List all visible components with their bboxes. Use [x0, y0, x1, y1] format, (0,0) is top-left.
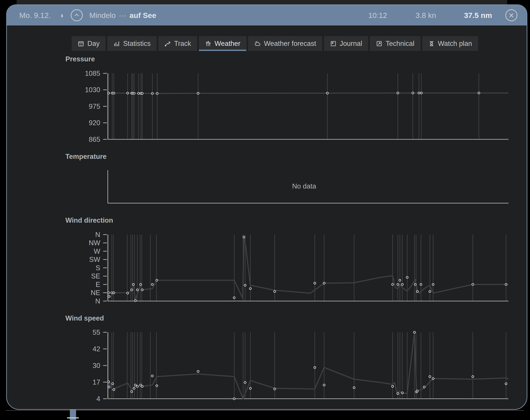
svg-text:4: 4: [96, 395, 100, 403]
svg-text:975: 975: [89, 103, 100, 110]
journal-icon: [330, 40, 337, 47]
route-from-label: Mindelo: [89, 11, 116, 20]
svg-text:42: 42: [93, 345, 100, 353]
svg-text:1030: 1030: [85, 86, 100, 94]
moon-phase-icon: ◑: [59, 12, 64, 19]
pressure-chart: 10851030975920865: [69, 69, 508, 146]
calendar-icon: 17: [78, 40, 84, 47]
date-label: Mo. 9.12.: [19, 11, 51, 20]
tab-weather[interactable]: Weather: [199, 36, 247, 51]
svg-text:N: N: [95, 297, 100, 305]
tab-statistics[interactable]: Statistics: [107, 36, 157, 51]
tab-label: Watch plan: [438, 40, 472, 48]
gauge-icon: [376, 40, 383, 47]
svg-text:17: 17: [93, 378, 100, 386]
tab-label: Technical: [386, 40, 414, 48]
svg-text:NE: NE: [91, 289, 100, 297]
tab-label: Weather: [215, 40, 241, 48]
svg-text:1085: 1085: [85, 70, 100, 77]
tab-day[interactable]: 17 Day: [72, 36, 105, 51]
tab-track[interactable]: Track: [158, 36, 197, 51]
svg-text:NW: NW: [89, 239, 100, 247]
svg-text:SW: SW: [89, 256, 101, 263]
close-icon: ×: [509, 11, 514, 20]
tab-label: Track: [174, 40, 191, 48]
tab-watch-plan[interactable]: Watch plan: [422, 36, 478, 51]
svg-text:55: 55: [93, 329, 100, 336]
svg-text:17: 17: [80, 43, 82, 46]
background-bottom-edge: [6, 410, 524, 411]
tab-weather-forecast[interactable]: Weather forecast: [248, 36, 322, 51]
svg-text:865: 865: [89, 136, 100, 143]
hourglass-icon: [428, 40, 435, 47]
speed-label: 3.8 kn: [416, 11, 436, 20]
route-icon: [164, 40, 171, 47]
svg-text:30: 30: [93, 362, 100, 369]
svg-text:E: E: [96, 281, 100, 288]
route-to-label: auf See: [130, 11, 156, 20]
wind-direction-chart: NNWWSWSSEENEN: [69, 231, 508, 308]
bar-chart-icon: [113, 40, 120, 47]
svg-text:N: N: [95, 231, 100, 238]
temperature-chart-title: Temperature: [65, 153, 107, 161]
route-title: Mindelo ··· auf See: [89, 11, 156, 20]
tab-label: Weather forecast: [264, 40, 316, 48]
svg-text:W: W: [94, 247, 101, 255]
svg-text:S: S: [96, 264, 100, 272]
route-separator: ···: [119, 11, 126, 20]
header-stats: 10:12 3.8 kn 37.5 nm ×: [368, 9, 517, 21]
tab-technical[interactable]: Technical: [370, 36, 420, 51]
collapse-button[interactable]: [71, 9, 83, 21]
pressure-chart-title: Pressure: [65, 55, 95, 63]
day-header: Mo. 9.12. ◑ Mindelo ··· auf See 10:12 3.…: [7, 5, 527, 26]
no-data-label: No data: [102, 182, 507, 190]
svg-text:SE: SE: [91, 272, 100, 280]
close-button[interactable]: ×: [505, 9, 517, 21]
tab-journal[interactable]: Journal: [324, 36, 368, 51]
drag-handle-grip: [67, 417, 79, 419]
tab-label: Journal: [340, 40, 362, 48]
wind-direction-chart-title: Wind direction: [65, 216, 113, 224]
wind-speed-chart-title: Wind speed: [65, 314, 104, 322]
chevron-up-icon: [74, 12, 80, 19]
tab-label: Statistics: [123, 40, 151, 48]
distance-label: 37.5 nm: [464, 11, 492, 20]
panel-drag-handle[interactable]: [70, 410, 76, 420]
cloud-icon: [254, 40, 261, 47]
tab-bar: 17 Day Statistics Track Weather: [72, 36, 478, 51]
svg-text:920: 920: [89, 119, 100, 127]
time-label: 10:12: [368, 11, 387, 20]
wind-icon: [205, 40, 212, 47]
wind-speed-chart: 554230174: [69, 329, 508, 405]
tab-label: Day: [87, 40, 100, 48]
logbook-day-panel: Mo. 9.12. ◑ Mindelo ··· auf See 10:12 3.…: [6, 4, 527, 410]
